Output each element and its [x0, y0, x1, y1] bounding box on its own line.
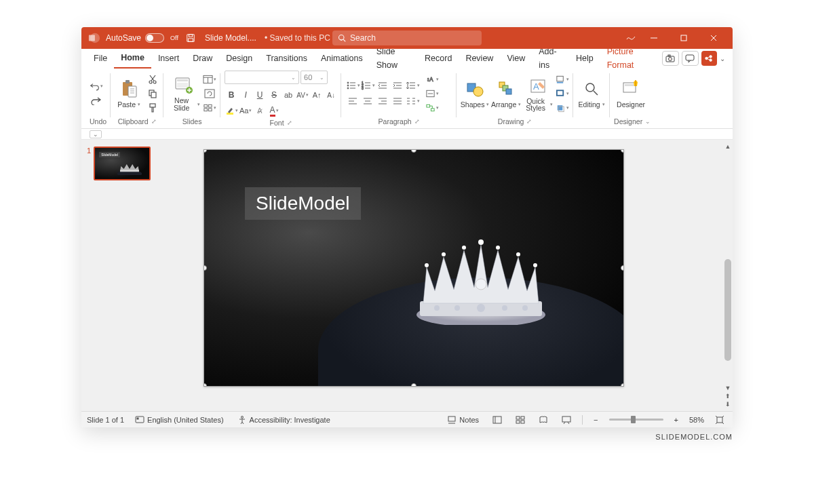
tab-view[interactable]: View — [500, 49, 532, 68]
save-icon[interactable] — [186, 33, 195, 43]
resize-handle-ne[interactable] — [621, 149, 624, 153]
prev-slide-icon[interactable]: ⬆ — [724, 392, 731, 400]
decrease-indent-button[interactable] — [375, 79, 390, 92]
share-dropdown-icon[interactable]: ⌄ — [718, 55, 727, 62]
reading-view-button[interactable] — [536, 414, 551, 426]
minimize-button[interactable] — [640, 27, 667, 49]
cut-button[interactable] — [146, 73, 159, 85]
change-case-button[interactable]: Aa▾ — [239, 104, 252, 117]
next-slide-icon[interactable]: ⬇ — [724, 400, 731, 408]
clear-format-button[interactable]: A̷ — [253, 104, 267, 117]
font-size-select[interactable]: 60⌄ — [301, 71, 328, 84]
maximize-button[interactable] — [670, 27, 697, 49]
smartart-button[interactable]: ▾ — [425, 102, 439, 114]
justify-button[interactable] — [390, 94, 405, 108]
zoom-out-button[interactable]: − — [591, 414, 600, 425]
align-text-button[interactable]: ▾ — [425, 88, 439, 100]
shapes-button[interactable]: Shapes▾ — [461, 79, 489, 109]
line-spacing-button[interactable]: ▾ — [405, 79, 420, 92]
tab-home[interactable]: Home — [114, 48, 151, 69]
font-color-button[interactable]: A▾ — [267, 104, 281, 117]
share-button[interactable] — [701, 51, 717, 66]
section-button[interactable]: ▾ — [203, 102, 216, 114]
resize-handle-se[interactable] — [621, 383, 624, 387]
layout-button[interactable]: ▾ — [203, 73, 216, 85]
numbering-button[interactable]: 123▾ — [360, 79, 375, 92]
text-direction-button[interactable]: ↕A▾ — [425, 73, 439, 85]
language-button[interactable]: English (United States) — [132, 414, 227, 426]
arrange-button[interactable]: Arrange▾ — [492, 79, 520, 109]
bullets-button[interactable]: ▾ — [345, 79, 360, 92]
strike-button[interactable]: S — [267, 88, 281, 102]
save-status[interactable]: • Saved to this PC — [265, 33, 330, 43]
slide-position[interactable]: Slide 1 of 1 — [87, 416, 124, 424]
slide-canvas[interactable]: SlideModel — [156, 140, 723, 411]
bold-button[interactable]: B — [225, 88, 238, 102]
shape-fill-button[interactable]: ▾ — [556, 73, 569, 85]
tab-file[interactable]: File — [87, 49, 114, 68]
highlight-button[interactable]: ▾ — [225, 104, 238, 117]
vertical-scrollbar[interactable]: ▲ ▼ ⬆ ⬇ — [723, 140, 733, 411]
zoom-percentage[interactable]: 58% — [689, 416, 704, 424]
zoom-slider[interactable] — [609, 419, 663, 421]
normal-view-button[interactable] — [490, 414, 505, 426]
font-family-select[interactable]: ⌄ — [225, 71, 299, 84]
undo-button[interactable]: ▾ — [90, 80, 103, 92]
zoom-slider-handle[interactable] — [631, 416, 636, 423]
paragraph-launcher-icon[interactable]: ⤢ — [414, 118, 420, 125]
redo-button[interactable] — [90, 94, 103, 106]
tab-record[interactable]: Record — [418, 49, 459, 68]
align-right-button[interactable] — [375, 94, 390, 108]
font-launcher-icon[interactable]: ⤢ — [287, 119, 292, 126]
tab-transitions[interactable]: Transitions — [259, 49, 314, 68]
shadow-button[interactable]: ab — [282, 88, 295, 102]
underline-button[interactable]: U — [253, 88, 267, 102]
qat-dropdown-icon[interactable]: ⌄ — [90, 130, 102, 138]
quick-styles-button[interactable]: A Quick Styles▾ — [523, 76, 553, 111]
resize-handle-nw[interactable] — [204, 149, 207, 153]
resize-handle-sw[interactable] — [204, 383, 207, 387]
resize-handle-s[interactable] — [411, 383, 416, 387]
new-slide-button[interactable]: New Slide▾ — [168, 75, 200, 112]
scroll-up-icon[interactable]: ▲ — [724, 142, 732, 151]
italic-button[interactable]: I — [239, 88, 252, 102]
document-name[interactable]: Slide Model.... — [205, 33, 256, 43]
resize-handle-n[interactable] — [411, 149, 416, 153]
sorter-view-button[interactable] — [513, 414, 528, 426]
shape-effects-button[interactable]: ▾ — [556, 102, 569, 114]
draw-mode-icon[interactable] — [625, 33, 638, 44]
search-box[interactable]: Search — [332, 31, 482, 45]
autosave-toggle[interactable]: AutoSave Off — [106, 33, 180, 43]
tab-design[interactable]: Design — [219, 49, 259, 68]
fit-slide-button[interactable] — [712, 414, 727, 426]
scroll-down-icon[interactable]: ▼ — [724, 384, 732, 392]
increase-font-button[interactable]: A↑ — [310, 88, 324, 102]
resize-handle-w[interactable] — [204, 265, 207, 271]
slide-picture[interactable]: SlideModel — [204, 149, 624, 387]
shape-outline-button[interactable]: ▾ — [556, 88, 569, 100]
copy-button[interactable] — [146, 88, 159, 100]
tab-insert[interactable]: Insert — [151, 49, 186, 68]
increase-indent-button[interactable] — [390, 79, 405, 92]
tab-help[interactable]: Help — [569, 49, 600, 68]
clipboard-launcher-icon[interactable]: ⤢ — [151, 118, 157, 125]
tab-review[interactable]: Review — [459, 49, 500, 68]
char-spacing-button[interactable]: AV▾ — [296, 88, 309, 102]
format-painter-button[interactable] — [146, 102, 159, 114]
align-center-button[interactable] — [360, 94, 375, 108]
slide-thumbnail-1[interactable]: SlideModel — [94, 147, 151, 180]
paste-button[interactable]: Paste▾ — [115, 79, 143, 109]
ribbon-collapse-icon[interactable]: ⌄ — [645, 118, 651, 125]
comments-button[interactable] — [682, 51, 699, 66]
reset-button[interactable] — [203, 88, 216, 100]
align-left-button[interactable] — [345, 94, 360, 108]
tab-draw[interactable]: Draw — [186, 49, 219, 68]
slideshow-view-button[interactable] — [559, 414, 574, 426]
zoom-in-button[interactable]: + — [672, 414, 681, 425]
editing-button[interactable]: Editing▾ — [577, 79, 606, 109]
resize-handle-e[interactable] — [621, 265, 624, 271]
tab-animations[interactable]: Animations — [314, 49, 370, 68]
close-button[interactable] — [700, 27, 727, 49]
notes-button[interactable]: Notes — [444, 414, 482, 426]
camera-button[interactable] — [662, 51, 679, 66]
